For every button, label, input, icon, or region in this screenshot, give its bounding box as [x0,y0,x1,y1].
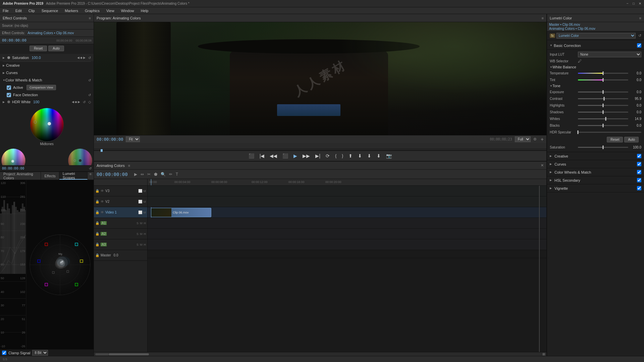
bit-depth-select[interactable]: 8 Bit [32,350,48,356]
hdr-white-value[interactable]: 100 [33,100,39,104]
add-keyframe-btn[interactable]: ◆ [80,56,83,59]
input-lut-select[interactable]: None [578,52,641,57]
menu-markers[interactable]: Markers [63,9,79,13]
vignette-lum-checkbox[interactable] [637,186,641,190]
mark-out-btn[interactable]: } [340,153,344,159]
contrast-slider[interactable] [578,98,628,99]
lift-btn[interactable]: ⬆ [347,153,354,159]
a1-mute-icon[interactable]: M [140,222,143,225]
v3-toggle-icon[interactable]: 🔒 [95,189,99,193]
shadows-thumb[interactable] [603,110,604,114]
highlights-slider[interactable] [578,105,628,106]
creative-lum-header[interactable]: ▶ Creative [547,152,644,160]
v3-sync-icon[interactable]: 👁 [101,189,104,193]
stop-btn[interactable]: ⬛ [281,153,289,159]
hdr-prev-btn[interactable]: ◀ [72,100,74,104]
auto-btn[interactable]: Auto [48,46,64,51]
minimize-btn[interactable]: − [627,2,629,5]
tab-effects[interactable]: Effects [41,172,59,180]
hsl-lum-header[interactable]: ▶ HSL Secondary [547,176,644,184]
a1-vol-icon[interactable]: H [144,222,146,225]
v2-wrap-icon[interactable]: ⬜ [138,200,142,203]
fit-selector[interactable]: Fit [126,136,140,142]
fx-reset-icon[interactable]: ↺ [638,34,641,38]
timeline-menu-icon[interactable]: ≡ [128,164,130,168]
play-btn[interactable]: ▶ [292,153,299,159]
master-toggle-icon[interactable]: 🔒 [95,253,99,257]
menu-sequence[interactable]: Sequence [40,9,60,13]
curves-section-header[interactable]: ▶ Curves [0,69,94,76]
shadows-slider[interactable] [578,112,628,113]
scroll-handle-left[interactable] [95,353,109,355]
saturation-lum-thumb[interactable] [603,145,604,149]
a1-solo-icon[interactable]: S [137,222,139,225]
tl-select-tool[interactable]: ▶ [133,171,138,177]
menu-clip[interactable]: Clip [27,9,36,13]
menu-graphics[interactable]: Graphics [84,9,101,13]
mark-in-btn[interactable]: { [334,153,338,159]
blacks-slider[interactable] [578,125,628,126]
a3-mute-icon[interactable]: M [140,243,143,246]
step-back-btn[interactable]: |◀ [258,153,266,159]
scopes-menu-icon[interactable]: ≡ [88,172,94,180]
tone-header[interactable]: ▼ Tone [550,83,641,88]
a2-mute-icon[interactable]: M [140,232,143,236]
tl-razor-tool[interactable]: ✂ [146,171,152,177]
hdr-next-btn[interactable]: ▶ [78,100,80,104]
effect-controls-menu[interactable]: ≡ [89,16,91,20]
extract-btn[interactable]: ⬇ [357,153,363,159]
v2-solo-icon[interactable]: M [144,200,146,203]
lumetri-auto-btn[interactable]: Auto [624,137,639,142]
saturation-lum-slider[interactable] [578,147,628,148]
menu-window[interactable]: Window [120,9,136,13]
step-forward-btn[interactable]: ▶| [314,153,322,159]
tl-type-tool[interactable]: T [175,171,179,177]
a3-toggle-icon[interactable]: 🔒 [95,243,99,246]
a2-toggle-icon[interactable]: 🔒 [95,232,99,236]
color-wheels-section-header[interactable]: ▼ Color Wheels & Match ↺ [0,76,94,84]
whites-slider[interactable] [578,118,628,119]
lumetri-menu-icon[interactable]: ≡ [639,16,641,20]
scroll-thumb[interactable] [109,353,149,355]
exposure-slider[interactable] [578,92,628,93]
hdr-reset-icon[interactable]: ↺ [83,100,86,104]
creative-lum-checkbox[interactable] [637,154,641,158]
saturation-value[interactable]: 100.0 [32,56,41,60]
comparison-view-btn[interactable]: Comparison View [26,85,56,90]
v2-toggle-icon[interactable]: 🔒 [95,200,99,203]
menu-view[interactable]: View [105,9,116,13]
highlights-thumb[interactable] [603,104,604,107]
whites-thumb[interactable] [605,117,606,121]
program-timecode[interactable]: 00:00:00:00 [97,137,123,142]
next-keyframe-btn[interactable]: ▶ [83,56,86,59]
tl-track-select-tool[interactable]: ⬟ [153,171,158,177]
fx-effect-select[interactable]: Lumetri Color [556,33,636,39]
v1-sync-icon[interactable]: 👁 [101,210,104,214]
eyedropper-icon[interactable]: 🖊 [578,59,582,63]
timeline-scrollbar[interactable]: ⊞ [94,352,546,356]
tab-lumetri-scopes[interactable]: Lumetri Scopes [59,172,88,180]
program-menu-icon[interactable]: ≡ [542,16,544,20]
v1-solo-icon[interactable]: M [144,211,146,214]
saturation-reset-icon[interactable]: ↺ [88,56,91,60]
timeline-close-icon[interactable]: ✕ [541,163,544,168]
tint-slider[interactable] [578,79,628,80]
v1-wrap-icon[interactable]: ⬜ [138,210,142,214]
quality-selector[interactable]: Full [515,136,531,142]
timeline-fit-icon[interactable]: ⊞ [542,352,545,356]
lumetri-reset-btn[interactable]: Reset [607,137,623,142]
v2-sync-icon[interactable]: 👁 [101,200,104,203]
shuttle-left-btn[interactable]: ⬛ [247,153,256,159]
video-clip-1[interactable]: Clip 06.mov [151,208,211,217]
clamp-signal-checkbox[interactable] [2,351,6,355]
tl-ripple-tool[interactable]: ⇔ [140,171,145,177]
temperature-thumb[interactable] [603,71,604,75]
active-checkbox[interactable] [7,85,11,90]
hdr-add-btn[interactable]: ◆ [75,100,77,104]
a1-toggle-icon[interactable]: 🔒 [95,221,99,225]
color-wheels-reset-icon[interactable]: ↺ [88,78,91,82]
curves-lum-checkbox[interactable] [637,162,641,166]
insert-btn[interactable]: ⬇ [366,153,373,159]
face-detection-checkbox[interactable] [7,93,11,97]
v1-toggle-icon[interactable]: 🔒 [95,210,99,214]
